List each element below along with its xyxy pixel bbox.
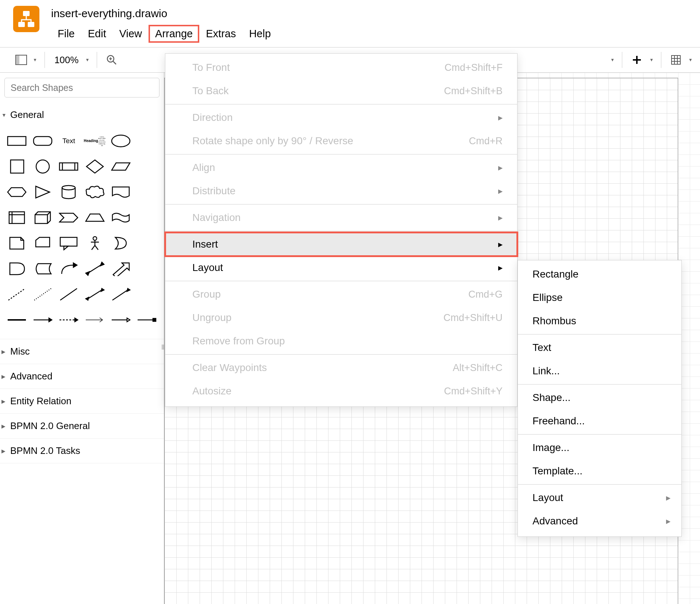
shape-dotted-line[interactable] bbox=[32, 283, 54, 305]
svg-marker-49 bbox=[113, 263, 129, 276]
shape-document[interactable] bbox=[110, 181, 132, 203]
shape-rectangle[interactable] bbox=[6, 130, 28, 152]
shape-bidir-line[interactable] bbox=[84, 283, 106, 305]
submenu-item-text[interactable]: Text bbox=[518, 336, 681, 359]
submenu-item-ellipse[interactable]: Ellipse bbox=[518, 286, 681, 309]
submenu-item-advanced[interactable]: Advanced▶ bbox=[518, 509, 681, 533]
menu-divider bbox=[518, 434, 681, 435]
shape-internal-storage[interactable] bbox=[6, 207, 28, 229]
chevron-down-icon[interactable]: ▼ bbox=[688, 57, 693, 62]
shape-curve-arrow[interactable] bbox=[58, 258, 80, 280]
submenu-item-shape[interactable]: Shape... bbox=[518, 386, 681, 409]
shape-connector-arrow[interactable] bbox=[32, 309, 54, 331]
submenu-item-template[interactable]: Template... bbox=[518, 459, 681, 483]
menu-item-direction: Direction▶ bbox=[165, 106, 517, 129]
sidebar-toggle-icon[interactable] bbox=[14, 53, 28, 67]
zoom-in-icon[interactable] bbox=[104, 53, 119, 67]
chevron-right-icon: ▶ bbox=[666, 518, 670, 525]
menubar: File Edit View Arrange Extras Help bbox=[51, 25, 277, 43]
sidebar-resize-handle[interactable]: ⦀ bbox=[161, 343, 164, 351]
menu-view[interactable]: View bbox=[113, 25, 149, 43]
palette-header-bpmn-tasks[interactable]: ▶BPMN 2.0 Tasks bbox=[0, 439, 164, 463]
palette-label: BPMN 2.0 General bbox=[10, 420, 90, 432]
shape-dashed-line[interactable] bbox=[6, 283, 28, 305]
shape-step[interactable] bbox=[58, 207, 80, 229]
shape-text[interactable]: Text bbox=[58, 130, 80, 152]
palette-header-entity-relation[interactable]: ▶Entity Relation bbox=[0, 389, 164, 413]
search-shapes-input[interactable] bbox=[4, 78, 159, 98]
chevron-right-icon: ▶ bbox=[1, 374, 7, 379]
chevron-down-icon[interactable]: ▼ bbox=[649, 57, 654, 62]
submenu-item-image[interactable]: Image... bbox=[518, 436, 681, 459]
svg-marker-45 bbox=[73, 263, 77, 267]
shape-connector-assoc[interactable] bbox=[136, 309, 158, 331]
shape-connector-thin[interactable] bbox=[84, 309, 106, 331]
menu-divider bbox=[518, 334, 681, 335]
shape-process[interactable] bbox=[58, 156, 80, 177]
shape-cube[interactable] bbox=[32, 207, 54, 229]
grid-icon[interactable] bbox=[669, 53, 683, 67]
shape-cloud[interactable] bbox=[84, 181, 106, 203]
shape-tape[interactable] bbox=[110, 207, 132, 229]
chevron-right-icon: ▶ bbox=[666, 494, 670, 501]
submenu-item-freehand[interactable]: Freehand... bbox=[518, 409, 681, 433]
shape-hexagon[interactable] bbox=[6, 181, 28, 203]
shape-and[interactable] bbox=[6, 258, 28, 280]
chevron-right-icon: ▶ bbox=[498, 114, 503, 121]
zoom-level[interactable]: 100% bbox=[52, 54, 81, 66]
app-header: insert-everything.drawio File Edit View … bbox=[0, 0, 700, 43]
submenu-item-layout[interactable]: Layout▶ bbox=[518, 486, 681, 509]
shape-circle[interactable] bbox=[32, 156, 54, 177]
submenu-item-link[interactable]: Link... bbox=[518, 359, 681, 383]
chevron-down-icon[interactable]: ▼ bbox=[33, 57, 37, 62]
palette-header-misc[interactable]: ▶Misc bbox=[0, 339, 164, 364]
menu-item-remove-from-group: Remove from Group bbox=[165, 329, 517, 353]
palette-header-general[interactable]: ▼ General bbox=[0, 103, 164, 127]
menu-help[interactable]: Help bbox=[242, 25, 277, 43]
shape-connector-dashed[interactable] bbox=[58, 309, 80, 331]
palette-header-bpmn-general[interactable]: ▶BPMN 2.0 General bbox=[0, 414, 164, 438]
shape-square[interactable] bbox=[6, 156, 28, 177]
submenu-item-rhombus[interactable]: Rhombus bbox=[518, 309, 681, 333]
menu-extras[interactable]: Extras bbox=[199, 25, 242, 43]
palette-label: Entity Relation bbox=[10, 395, 72, 407]
shape-data-storage[interactable] bbox=[32, 258, 54, 280]
shape-rounded-rectangle[interactable] bbox=[32, 130, 54, 152]
menu-edit[interactable]: Edit bbox=[81, 25, 113, 43]
svg-line-56 bbox=[112, 290, 128, 300]
shape-bidirectional-arrow[interactable] bbox=[84, 258, 106, 280]
shape-card[interactable] bbox=[32, 232, 54, 254]
shape-callout[interactable] bbox=[58, 232, 80, 254]
app-logo bbox=[13, 6, 39, 32]
chevron-right-icon: ▶ bbox=[1, 349, 7, 355]
menu-item-layout[interactable]: Layout▶ bbox=[165, 256, 517, 279]
shape-rhombus[interactable] bbox=[84, 156, 106, 177]
shape-connector-thick[interactable] bbox=[6, 309, 28, 331]
chevron-down-icon[interactable]: ▼ bbox=[85, 57, 89, 62]
shape-parallelogram[interactable] bbox=[110, 156, 132, 177]
shape-heading[interactable]: HeadingLorem ipsum dolor sit amet consec… bbox=[84, 130, 106, 152]
palette-header-advanced[interactable]: ▶Advanced bbox=[0, 364, 164, 389]
shape-note[interactable] bbox=[6, 232, 28, 254]
menu-item-insert[interactable]: Insert▶ bbox=[165, 233, 517, 256]
shape-cylinder[interactable] bbox=[58, 181, 80, 203]
menu-file[interactable]: File bbox=[51, 25, 81, 43]
shape-triangle[interactable] bbox=[32, 181, 54, 203]
shape-arrow-line[interactable] bbox=[110, 283, 132, 305]
submenu-item-rectangle[interactable]: Rectangle bbox=[518, 263, 681, 286]
shape-line[interactable] bbox=[58, 283, 80, 305]
shape-thick-arrow[interactable] bbox=[110, 258, 132, 280]
document-title[interactable]: insert-everything.drawio bbox=[51, 7, 277, 20]
svg-marker-36 bbox=[59, 213, 78, 222]
shape-or[interactable] bbox=[110, 232, 132, 254]
menu-arrange[interactable]: Arrange bbox=[149, 25, 199, 43]
shape-connector-open[interactable] bbox=[110, 309, 132, 331]
shape-trapezoid[interactable] bbox=[84, 207, 106, 229]
chevron-down-icon[interactable]: ▼ bbox=[610, 57, 615, 62]
plus-icon[interactable] bbox=[630, 53, 644, 67]
shape-ellipse[interactable] bbox=[110, 130, 132, 152]
svg-rect-1 bbox=[18, 22, 25, 27]
shape-actor[interactable] bbox=[84, 232, 106, 254]
svg-line-51 bbox=[34, 288, 51, 300]
svg-marker-24 bbox=[86, 160, 103, 173]
